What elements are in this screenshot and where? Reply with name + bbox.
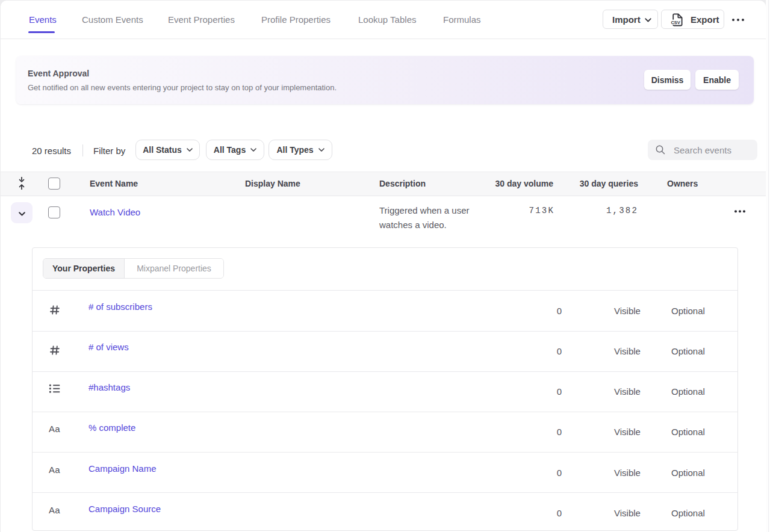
svg-text:CSV: CSV — [671, 20, 680, 25]
